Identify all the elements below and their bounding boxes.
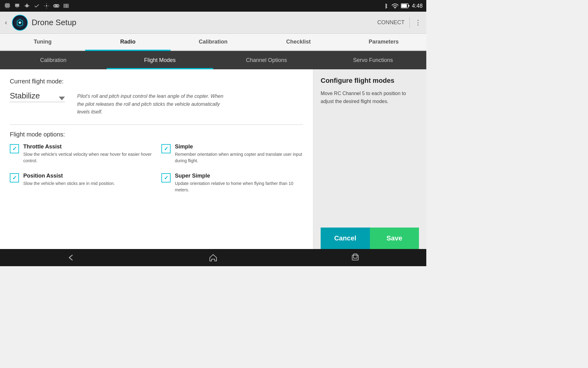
checkbox-simple[interactable] bbox=[161, 144, 171, 153]
svg-rect-2 bbox=[6, 7, 7, 8]
svg-rect-25 bbox=[401, 4, 407, 8]
svg-rect-14 bbox=[64, 4, 64, 8]
save-button[interactable]: Save bbox=[370, 228, 419, 249]
header-divider bbox=[409, 17, 410, 28]
app-title: Drone Setup bbox=[32, 18, 76, 27]
svg-rect-0 bbox=[5, 3, 9, 4]
svg-point-13 bbox=[58, 6, 59, 7]
more-menu-button[interactable]: ⋮ bbox=[415, 19, 421, 27]
simple-title: Simple bbox=[175, 144, 303, 150]
svg-rect-3 bbox=[8, 7, 9, 8]
settings-icon-status bbox=[43, 2, 50, 10]
position-assist-desc: Slow the vehicle when sticks are in mid … bbox=[23, 180, 152, 187]
android-icon bbox=[4, 2, 11, 10]
gamepad-icon bbox=[53, 2, 60, 10]
svg-point-8 bbox=[46, 5, 47, 7]
recent-nav-icon bbox=[350, 253, 360, 263]
recent-nav-button[interactable] bbox=[350, 253, 360, 263]
main-panel: Current flight mode: Stabilize Pilot's r… bbox=[0, 69, 313, 249]
connect-button[interactable]: CONNECT bbox=[377, 19, 405, 26]
position-assist-title: Position Assist bbox=[23, 173, 152, 179]
side-panel-buttons: Cancel Save bbox=[321, 228, 419, 249]
subtab-channel-options[interactable]: Channel Options bbox=[213, 51, 320, 69]
home-nav-icon bbox=[208, 253, 218, 263]
home-nav-button[interactable] bbox=[208, 253, 218, 263]
cancel-button[interactable]: Cancel bbox=[321, 228, 370, 249]
side-panel: Configure flight modes Move RC Channel 5… bbox=[313, 69, 426, 249]
option-position-assist: Position Assist Slow the vehicle when st… bbox=[10, 173, 152, 193]
svg-rect-1 bbox=[5, 4, 10, 7]
tab-calibration[interactable]: Calibration bbox=[171, 34, 256, 50]
side-panel-title: Configure flight modes bbox=[321, 77, 419, 85]
tab-checklist[interactable]: Checklist bbox=[256, 34, 341, 50]
sub-nav: Calibration Flight Modes Channel Options… bbox=[0, 51, 426, 69]
checkbox-simple-icon[interactable] bbox=[161, 144, 171, 153]
svg-rect-16 bbox=[65, 4, 66, 8]
svg-point-27 bbox=[19, 22, 21, 24]
app-header: ‹ Drone Setup CONNECT ⋮ bbox=[0, 12, 426, 34]
back-nav-button[interactable] bbox=[66, 253, 76, 263]
super-simple-title: Super Simple bbox=[175, 173, 303, 179]
side-panel-description: Move RC Channel 5 to each position to ad… bbox=[321, 90, 419, 105]
svg-rect-20 bbox=[68, 4, 68, 8]
super-simple-desc: Update orientation relative to home when… bbox=[175, 180, 303, 193]
checkbox-checked-icon[interactable] bbox=[10, 144, 19, 153]
option-super-simple: Super Simple Update orientation relative… bbox=[161, 173, 303, 193]
bug-icon bbox=[23, 2, 31, 10]
option-simple: Simple Remember orientation when arming … bbox=[161, 144, 303, 164]
subtab-flight-modes[interactable]: Flight Modes bbox=[107, 51, 213, 69]
checkbox-position-assist[interactable] bbox=[10, 173, 19, 182]
wifi-icon bbox=[392, 3, 398, 9]
svg-point-4 bbox=[25, 4, 28, 7]
app-logo bbox=[12, 15, 28, 31]
content-area: Current flight mode: Stabilize Pilot's r… bbox=[0, 69, 426, 249]
checkbox-position-icon[interactable] bbox=[10, 173, 19, 182]
header-right: CONNECT ⋮ bbox=[377, 17, 421, 28]
svg-rect-15 bbox=[64, 4, 65, 8]
mode-dropdown-arrow-icon bbox=[59, 97, 65, 100]
mode-description: Pilot's roll and pitch input control the… bbox=[77, 91, 224, 116]
bluetooth-icon bbox=[383, 3, 389, 9]
svg-rect-18 bbox=[66, 4, 67, 8]
checkbox-super-simple-icon[interactable] bbox=[161, 173, 171, 182]
checkbox-throttle-assist[interactable] bbox=[10, 144, 19, 153]
mode-dropdown[interactable]: Stabilize bbox=[10, 91, 65, 102]
status-bar-icons bbox=[4, 2, 70, 10]
subtab-calibration[interactable]: Calibration bbox=[0, 51, 107, 69]
throttle-assist-desc: Slow the vehicle's vertical velocity whe… bbox=[23, 151, 152, 164]
back-button[interactable]: ‹ bbox=[5, 19, 7, 27]
svg-rect-21 bbox=[69, 4, 69, 8]
subtab-servo-functions[interactable]: Servo Functions bbox=[320, 51, 426, 69]
current-mode-label: Current flight mode: bbox=[10, 78, 303, 85]
checkbox-super-simple[interactable] bbox=[161, 173, 171, 182]
throttle-assist-text: Throttle Assist Slow the vehicle's verti… bbox=[23, 144, 152, 164]
svg-rect-19 bbox=[67, 4, 67, 8]
time-display: 4:48 bbox=[412, 3, 423, 9]
bottom-nav bbox=[0, 249, 426, 266]
svg-rect-17 bbox=[66, 4, 66, 8]
mode-selector-row: Stabilize Pilot's roll and pitch input c… bbox=[10, 91, 303, 116]
svg-rect-24 bbox=[408, 5, 409, 7]
svg-rect-11 bbox=[54, 6, 55, 6]
option-throttle-assist: Throttle Assist Slow the vehicle's verti… bbox=[10, 144, 152, 164]
throttle-assist-title: Throttle Assist bbox=[23, 144, 152, 150]
simple-desc: Remember orientation when arming copter … bbox=[175, 151, 303, 164]
chat-icon bbox=[13, 2, 21, 10]
tab-radio[interactable]: Radio bbox=[85, 34, 170, 50]
simple-text: Simple Remember orientation when arming … bbox=[175, 144, 303, 164]
mode-dropdown-value[interactable]: Stabilize bbox=[10, 91, 65, 102]
check-icon bbox=[33, 2, 40, 10]
battery-icon bbox=[401, 3, 409, 8]
barcode-icon bbox=[62, 2, 70, 10]
tab-tuning[interactable]: Tuning bbox=[0, 34, 85, 50]
options-grid: Throttle Assist Slow the vehicle's verti… bbox=[10, 144, 303, 193]
back-nav-icon bbox=[66, 253, 76, 263]
svg-point-22 bbox=[395, 8, 396, 9]
header-left: ‹ Drone Setup bbox=[5, 15, 76, 31]
tab-parameters[interactable]: Parameters bbox=[341, 34, 426, 50]
status-bar: 4:48 bbox=[0, 0, 426, 12]
main-nav: Tuning Radio Calibration Checklist Param… bbox=[0, 34, 426, 51]
options-label: Flight mode options: bbox=[10, 131, 303, 138]
options-divider bbox=[10, 125, 303, 125]
status-bar-right: 4:48 bbox=[383, 3, 423, 9]
